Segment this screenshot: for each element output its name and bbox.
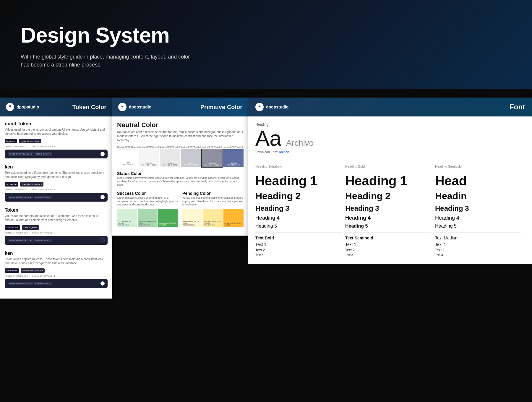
status-color-section: Status Color Status colors convey immedi… [117, 171, 244, 187]
stroke-preview-bar: neutral-OPOP/black-2 ● neutral-OPOP-1 [5, 236, 108, 245]
ps1-rgb: R225 G239 B162 [204, 224, 222, 226]
neutral-swatch-2: #d8d8e0 R240 G240 B240 [160, 149, 180, 167]
hero-subtitle: With the global style guide in place, ma… [21, 53, 198, 69]
success-color-section: Success Color Green denotes success or c… [117, 191, 178, 227]
font-card-title: Font [510, 103, 525, 111]
icon-chip-2: icon-white-constant [21, 268, 45, 273]
token-logo-icon: ❝ [6, 103, 14, 111]
download-text: Download Font: [255, 150, 278, 154]
stroke-preview-dot [100, 238, 105, 242]
pending-desc: Yellow signifies pending actions or stat… [182, 196, 244, 207]
font-card-header: ❝ dpopstudio Font [248, 98, 532, 116]
text-preview-chips: neutral-OPOP/black-0 ● neutral-OPOP-1 [8, 196, 52, 199]
swatch-close-icon[interactable]: ✕ [220, 150, 222, 153]
bg-token-title: ound Token [5, 121, 108, 127]
font-semibold-col: Head Headin Heading 3 Heading 4 Heading … [435, 174, 525, 258]
icon-token-section: ken Color values applied to icons. These… [5, 251, 108, 288]
token-card-logo: ❝ dpopstudio [6, 103, 39, 111]
neutral-swatch-1: #f1f4fb R241 G244 B251 [139, 149, 159, 167]
t2-bold: Text 2 [255, 248, 342, 252]
cards-container: ❝ dpopstudio Token Color ound Token Valu… [0, 98, 532, 299]
text-chip-2: text-white-constant [20, 182, 43, 187]
text-semi-header: Text Semibold [345, 236, 432, 240]
bg-chip-1: bg-white [5, 139, 17, 143]
text-chip-1: text-white [5, 182, 18, 187]
stroke-sub-1: neutral-OPOP/black-2 [5, 231, 28, 234]
stroke-token-chip-row: stroke-pale stroke-gentle [5, 225, 108, 230]
h4-bold: Heading 4 [345, 215, 432, 221]
hero-title: Design System [21, 24, 511, 47]
ss0-rgb: R126 G246 B132 [118, 224, 136, 226]
text-sub-1: neutral-OPOP/black-1 [5, 188, 28, 191]
ns5-rgb: R96 G107 B160 [227, 164, 240, 166]
icon-token-desc: Color values applied to icons. These tok… [5, 257, 108, 265]
font-download: Download Font: Archive [255, 150, 525, 154]
ns4-rgb: R144 G144 B160 [205, 164, 219, 166]
ss1-rgb: R200 G236 B184 [139, 224, 157, 226]
h1-extrabold: Heading 1 [255, 174, 342, 188]
bg-token-desc: Values used for the backgrounds of vario… [5, 128, 108, 136]
ns3-rgb: R208 G217 B231 [184, 164, 198, 166]
success-title: Success Color [117, 191, 178, 196]
font-divider-1 [255, 160, 525, 160]
success-swatch-0: Success-OPOP/U50 #edf9f0 R126 G246 B132 [117, 209, 137, 227]
ns0-rgb: R255 G255 B255 [121, 164, 134, 166]
h4-semi: Heading 4 [435, 215, 521, 221]
icon-chip-1: icon-white [5, 268, 19, 273]
icon-token-chip-row: icon-white icon-white-constant [5, 268, 108, 273]
font-aa-display: Aa [255, 128, 281, 149]
success-swatches: Success-OPOP/U50 #edf9f0 R126 G246 B132 … [117, 209, 178, 227]
ncol-5: Neutral-OPOP/black-5 [201, 146, 222, 148]
neutral-swatches: #ffffff R255 G255 B255 #f1f4fb R241 G244… [117, 149, 244, 167]
primitive-logo-icon: ❝ [118, 103, 126, 111]
t1-bold: Text 1 [255, 242, 342, 247]
h2-bold: Heading 2 [345, 190, 432, 202]
icon-preview-bar: neutral-OPOP/black-0 ● neutral-OPOP-1 [5, 279, 108, 288]
text-token-sub-row: neutral-OPOP/black-1 neutral-OPOP/black-… [5, 188, 108, 191]
h1-semi: Head [435, 174, 521, 188]
t2-med: Text 2 [435, 248, 521, 252]
success-pending-grid: Success Color Green denotes success or c… [117, 191, 244, 231]
text-token-chip-row: text-white text-white-constant [5, 182, 108, 187]
ncol-2: Neutral-OPOP/black-2 [138, 146, 159, 148]
font-heading-label: Heading [255, 122, 525, 127]
font-card-logo: ❝ dpopstudio [255, 103, 288, 111]
t3-semi: Text 3 [345, 253, 432, 257]
icon-preview-chip-1: neutral-OPOP/black-0 ● [8, 282, 33, 285]
t3-bold: Text 3 [255, 253, 342, 257]
font-content: Heading Aa Archivo Download Font: Archiv… [248, 116, 532, 264]
token-content: ound Token Values used for the backgroun… [0, 116, 112, 299]
icon-preview-chips: neutral-OPOP/black-0 ● neutral-OPOP-1 [8, 282, 52, 285]
font-header-row: Heading Extrabold Heading Bold Heading S… [255, 165, 525, 170]
font-card: ❝ dpopstudio Font Heading Aa Archivo Dow… [248, 98, 532, 264]
ns2-rgb: R240 G240 B240 [163, 164, 177, 166]
icon-sub-1: neutral-OPOP/black-1 [5, 275, 28, 277]
text-preview-chip-2: neutral-OPOP-1 [34, 196, 52, 199]
text-divider-1 [255, 232, 342, 233]
stroke-token-sub-row: neutral-OPOP/black-2 neutral-OPOP/black-… [5, 231, 108, 234]
h4-extrabold: Heading 4 [255, 215, 342, 221]
status-title: Status Color [117, 171, 244, 176]
font-bold-col: Heading 1 Heading 2 Heading 3 Heading 4 … [345, 174, 435, 258]
pending-swatch-2: Pending-OPOP/U500 #ffc020 [223, 209, 244, 227]
icon-token-title: ken [5, 251, 108, 256]
text-preview-bar: neutral-OPOP/black-0 ● neutral-OPOP-1 [5, 193, 108, 202]
neutral-title: Neutral Color [117, 121, 244, 129]
pending-swatch-0: Pending-OPOP/U50 #fffde7 R255 G253 B231 [182, 209, 202, 227]
stroke-sub-2: neutral-OPOP/black-2 [32, 231, 55, 234]
bg-chip-2: bg-white-constant [19, 139, 41, 143]
text-preview-dot [100, 195, 105, 199]
stroke-token-section: Token Values for the borders and outline… [5, 208, 108, 245]
t1-med: Text 1 [435, 242, 521, 247]
pending-swatch-1: Pending-OPOP/U100 #f1f0b8 R225 G239 B162 [203, 209, 223, 227]
text-divider-3 [435, 232, 521, 233]
token-card-title: Token Color [72, 104, 106, 111]
h2-extrabold: Heading 2 [255, 190, 342, 202]
download-link[interactable]: Archive [279, 150, 290, 154]
h5-extrabold: Heading 5 [255, 223, 342, 229]
stroke-token-title: Token [5, 208, 108, 213]
primitive-card-logo: ❝ dpopstudio [118, 103, 151, 111]
ncol-4: Neutral-OPOP/black-4 [180, 146, 201, 148]
font-name-display: Archivo [286, 138, 314, 148]
neutral-col-headers: Neutral-OPOP/black-1 Neutral-OPOP/black-… [117, 146, 244, 148]
